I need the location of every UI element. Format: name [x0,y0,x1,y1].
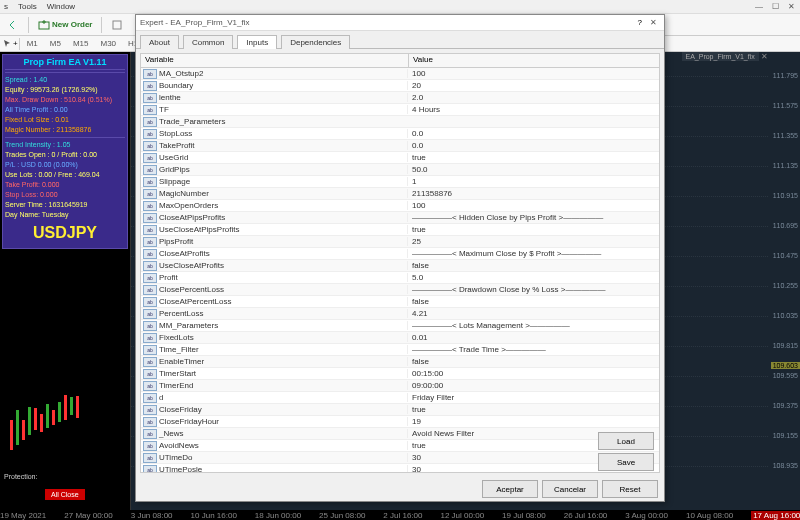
param-value[interactable]: 50.0 [407,165,659,174]
reset-button[interactable]: Reset [602,480,658,498]
column-value[interactable]: Value [409,54,659,67]
param-value[interactable]: 1 [407,177,659,186]
param-value[interactable]: 100 [407,69,659,78]
inputs-table[interactable]: Variable Value abMA_Otstup2100abBoundary… [140,53,660,473]
param-row[interactable]: abPipsProfit25 [141,236,659,248]
param-value[interactable]: 0.0 [407,129,659,138]
param-value[interactable]: 211358876 [407,189,659,198]
timeframe-M30[interactable]: M30 [94,38,122,49]
tab-about[interactable]: About [140,35,179,49]
param-name: TimerEnd [159,381,407,390]
param-value[interactable]: 2.0 [407,93,659,102]
param-value[interactable]: false [407,261,659,270]
param-row[interactable]: abMM_Parameters—————< Lots Management >—… [141,320,659,332]
close-icon[interactable]: ✕ [784,0,798,12]
param-value[interactable]: —————< Drawdown Close by % Loss >————— [407,285,659,294]
menu-item[interactable]: s [4,2,8,11]
param-row[interactable]: abUseGridtrue [141,152,659,164]
chart-tab[interactable]: EA_Prop_Firm_V1_fix [682,52,759,61]
param-value[interactable]: false [407,297,659,306]
param-row[interactable]: abCloseFridaytrue [141,404,659,416]
menu-item[interactable]: Window [47,2,75,11]
param-row[interactable]: abTime_Filter—————< Trade Time >————— [141,344,659,356]
param-value[interactable]: —————< Trade Time >————— [407,345,659,354]
param-row[interactable]: abUseCloseAtPipsProfitstrue [141,224,659,236]
timeframe-M15[interactable]: M15 [67,38,95,49]
tab-common[interactable]: Common [183,35,233,49]
param-row[interactable]: abTimerStart00:15:00 [141,368,659,380]
minimize-icon[interactable]: — [752,0,766,12]
crosshair-icon[interactable]: + [13,39,18,48]
param-type-icon: ab [143,309,157,319]
param-row[interactable]: abUTimePosle30 [141,464,659,473]
cursor-icon[interactable] [2,38,12,50]
param-value[interactable]: —————< Lots Management >————— [407,321,659,330]
new-order-button[interactable]: New Order [33,16,97,34]
tab-inputs[interactable]: Inputs [237,35,277,49]
param-row[interactable]: abCloseFridayHour19 [141,416,659,428]
param-row[interactable]: abClosePercentLoss—————< Drawdown Close … [141,284,659,296]
param-value[interactable]: —————< Hidden Close by Pips Profit >————… [407,213,659,222]
param-row[interactable]: abMA_Otstup2100 [141,68,659,80]
param-value[interactable]: 25 [407,237,659,246]
save-button[interactable]: Save [598,453,654,471]
param-value[interactable]: 20 [407,81,659,90]
profiles-button[interactable] [106,16,128,34]
close-tab-icon[interactable]: ✕ [761,52,768,61]
timeframe-M1[interactable]: M1 [21,38,44,49]
dialog-help-icon[interactable]: ? [638,18,642,27]
dialog-close-icon[interactable]: ✕ [646,18,660,27]
timeframe-M5[interactable]: M5 [44,38,67,49]
param-row[interactable]: abGridPips50.0 [141,164,659,176]
maximize-icon[interactable]: ☐ [768,0,782,12]
param-row[interactable]: abAvoidNewstrue [141,440,659,452]
param-row[interactable]: abCloseAtPercentLossfalse [141,296,659,308]
param-value[interactable]: 4 Hours [407,105,659,114]
param-value[interactable]: 00:15:00 [407,369,659,378]
param-row[interactable]: abEnableTimerfalse [141,356,659,368]
param-value[interactable]: 19 [407,417,659,426]
param-value[interactable]: false [407,357,659,366]
param-row[interactable]: abTakeProfit0.0 [141,140,659,152]
param-value[interactable]: —————< Maximum Close by $ Profit >————— [407,249,659,258]
param-value[interactable]: Friday Filter [407,393,659,402]
dialog-titlebar[interactable]: Expert - EA_Prop_Firm_V1_fix ? ✕ [136,15,664,31]
param-value[interactable]: true [407,225,659,234]
param-row[interactable]: abStopLoss0.0 [141,128,659,140]
param-name: MM_Parameters [159,321,407,330]
param-row[interactable]: abProfit5.0 [141,272,659,284]
param-row[interactable]: abMaxOpenOrders100 [141,200,659,212]
param-row[interactable]: ablenthe2.0 [141,92,659,104]
param-row[interactable]: abdFriday Filter [141,392,659,404]
param-row[interactable]: abPercentLoss4.21 [141,308,659,320]
param-row[interactable]: abTimerEnd09:00:00 [141,380,659,392]
param-value[interactable]: 09:00:00 [407,381,659,390]
param-row[interactable]: abMagicNumber211358876 [141,188,659,200]
param-row[interactable]: abCloseAtProfits—————< Maximum Close by … [141,248,659,260]
param-name: CloseAtPipsProfits [159,213,407,222]
param-row[interactable]: ab_NewsAvoid News Filter [141,428,659,440]
load-button[interactable]: Load [598,432,654,450]
param-value[interactable]: 5.0 [407,273,659,282]
column-variable[interactable]: Variable [141,54,409,67]
menu-item[interactable]: Tools [18,2,37,11]
param-value[interactable]: 100 [407,201,659,210]
param-row[interactable]: abUTimeDo30 [141,452,659,464]
ok-button[interactable]: Aceptar [482,480,538,498]
param-value[interactable]: 0.0 [407,141,659,150]
param-value[interactable]: 0.01 [407,333,659,342]
all-close-button[interactable]: All Close [45,489,85,500]
cancel-button[interactable]: Cancelar [542,480,598,498]
param-row[interactable]: abTrade_Parameters [141,116,659,128]
param-value[interactable]: true [407,153,659,162]
param-row[interactable]: abCloseAtPipsProfits—————< Hidden Close … [141,212,659,224]
param-row[interactable]: abSlippage1 [141,176,659,188]
param-row[interactable]: abFixedLots0.01 [141,332,659,344]
tab-dependencies[interactable]: Dependencies [281,35,350,49]
param-row[interactable]: abBoundary20 [141,80,659,92]
param-value[interactable]: 4.21 [407,309,659,318]
param-row[interactable]: abTF4 Hours [141,104,659,116]
param-row[interactable]: abUseCloseAtProfitsfalse [141,260,659,272]
param-value[interactable]: true [407,405,659,414]
back-button[interactable] [2,16,24,34]
